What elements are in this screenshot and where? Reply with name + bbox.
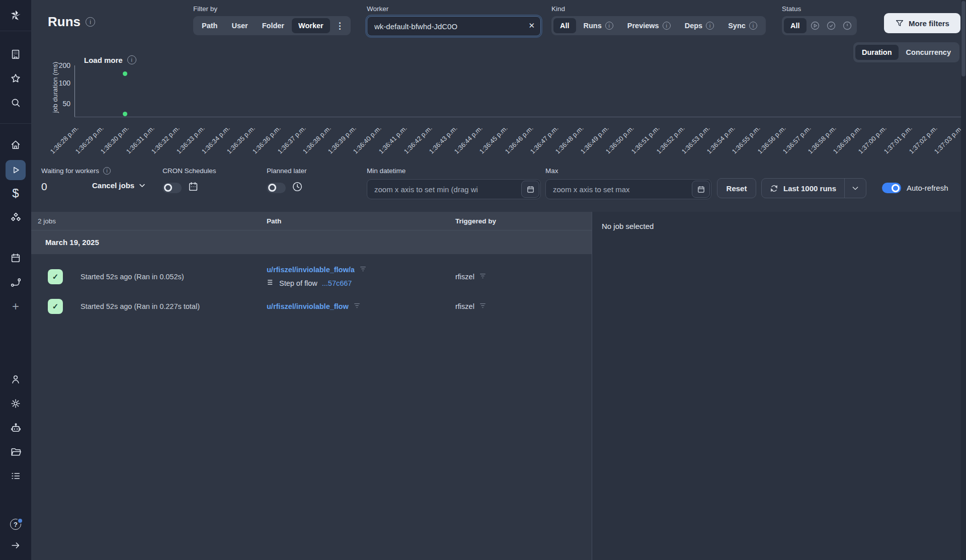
reset-button[interactable]: Reset (717, 178, 756, 198)
last-runs-dropdown: Last 1000 runs (761, 178, 866, 198)
filter-by-more-button[interactable]: ⋮ (331, 17, 349, 35)
gear-icon (10, 398, 21, 409)
success-check-badge: ✓ (48, 299, 63, 314)
jobs-count: 2 jobs (31, 217, 267, 225)
job-path-link[interactable]: u/rfiszel/inviolable_flow (267, 302, 349, 310)
planned-later-toggle[interactable] (267, 183, 286, 193)
scrollbar-track[interactable] (961, 0, 966, 560)
kind-previews-button[interactable]: Previewsi (621, 18, 677, 33)
auto-refresh-group: Auto-refresh (882, 183, 948, 193)
x-axis-line (74, 117, 961, 117)
filter-by-path-icon[interactable] (354, 302, 360, 311)
info-icon: i (127, 55, 136, 64)
cron-label: CRON Schedules (163, 167, 216, 175)
sidebar-item-settings[interactable] (0, 393, 31, 414)
sidebar-item-variables[interactable]: $ (0, 183, 31, 203)
filter-by-user-icon[interactable] (479, 273, 486, 281)
filter-by-user-icon[interactable] (479, 302, 486, 310)
list-header: 2 jobs Path Triggered by (31, 212, 592, 230)
kind-sync-button[interactable]: Synci (721, 18, 764, 33)
concurrency-tab[interactable]: Concurrency (900, 45, 957, 60)
max-datetime-group: Max (545, 167, 711, 199)
max-datetime-calendar-button[interactable] (692, 181, 710, 198)
status-label: Status (782, 5, 857, 13)
auto-refresh-toggle[interactable] (882, 183, 901, 193)
user-icon (10, 374, 21, 385)
filter-by-user-button[interactable]: User (225, 18, 254, 33)
table-row[interactable]: ✓ Started 52s ago (Ran in 0.052s) u/rfis… (31, 261, 592, 295)
scrollbar-thumb[interactable] (961, 1, 965, 76)
sidebar-item-workers[interactable] (0, 418, 31, 438)
sidebar-item-home[interactable] (0, 135, 31, 155)
more-filters-button[interactable]: More filters (884, 13, 960, 33)
sidebar-item-groups[interactable] (0, 466, 31, 486)
filter-by-worker-button[interactable]: Worker (292, 18, 330, 33)
job-duration-point[interactable] (123, 112, 127, 116)
last-runs-button[interactable]: Last 1000 runs (762, 179, 844, 198)
sidebar-item-collapse[interactable] (0, 535, 31, 555)
status-all-button[interactable]: All (784, 18, 807, 33)
step-of-flow-text: Step of flow (279, 279, 317, 287)
status-group: Status All (782, 5, 857, 35)
success-check-badge: ✓ (48, 269, 63, 284)
kind-runs-button[interactable]: Runsi (577, 18, 620, 33)
sidebar: $ + (0, 0, 31, 560)
funnel-icon (895, 19, 904, 28)
sidebar-item-help[interactable]: ? (0, 514, 31, 534)
job-path-link[interactable]: u/rfiszel/inviolable_flow/a (267, 266, 355, 274)
sidebar-item-account[interactable] (0, 369, 31, 389)
status-running-button[interactable] (808, 21, 823, 31)
notification-dot (17, 518, 23, 524)
sidebar-divider (0, 123, 31, 124)
info-icon: i (706, 22, 714, 30)
min-datetime-input[interactable] (367, 179, 541, 199)
sidebar-item-schedules[interactable] (0, 248, 31, 268)
plus-icon: + (12, 300, 19, 312)
y-tick-label: 100 (46, 79, 70, 87)
windmill-logo-icon[interactable] (0, 0, 31, 31)
help-icon: ? (10, 519, 21, 530)
sidebar-item-resources[interactable] (0, 207, 31, 227)
kebab-icon: ⋮ (336, 21, 344, 31)
job-detail-panel: No job selected (592, 212, 961, 560)
date-group-header: March 19, 2025 (31, 230, 592, 254)
planned-later-label: Planned later (267, 167, 307, 175)
status-failure-button[interactable] (840, 21, 855, 31)
sidebar-item-favorites[interactable] (0, 68, 31, 89)
max-datetime-input[interactable] (545, 179, 711, 199)
sidebar-item-triggers[interactable] (0, 272, 31, 292)
calendar-icon (188, 181, 199, 194)
chevron-down-icon (851, 184, 859, 192)
sidebar-item-folders[interactable] (0, 442, 31, 462)
load-more-button[interactable]: Load more i (84, 55, 136, 64)
table-row[interactable]: ✓ Started 52s ago (Ran in 0.227s total) … (31, 295, 592, 321)
filter-by-path-button[interactable]: Path (195, 18, 224, 33)
kind-deps-button[interactable]: Depsi (678, 18, 720, 33)
filter-by-path-icon[interactable] (360, 265, 366, 274)
min-datetime-group: Min datetime (367, 167, 541, 199)
kind-group: Kind All Runsi Previewsi Depsi Synci (551, 5, 766, 35)
clear-worker-icon[interactable]: ✕ (528, 21, 535, 30)
jobs-list: 2 jobs Path Triggered by March 19, 2025 … (31, 212, 592, 560)
sidebar-item-add[interactable]: + (0, 296, 31, 316)
filter-by-folder-button[interactable]: Folder (256, 18, 291, 33)
cancel-jobs-button[interactable]: Cancel jobs (92, 181, 146, 190)
status-success-button[interactable] (824, 21, 839, 31)
job-duration-point[interactable] (123, 71, 127, 76)
runs-chart[interactable]: Duration Concurrency Load more i job dur… (31, 33, 961, 164)
controls-row: Waiting for workers i 0 Cancel jobs CRON… (31, 164, 961, 206)
duration-tab[interactable]: Duration (855, 45, 899, 60)
sidebar-item-runs[interactable] (6, 160, 26, 180)
job-started-text: Started 52s ago (Ran in 0.052s) (80, 273, 184, 281)
sidebar-item-workspace[interactable] (0, 44, 31, 64)
kind-all-button[interactable]: All (553, 18, 576, 33)
job-rows: ✓ Started 52s ago (Ran in 0.052s) u/rfis… (31, 254, 592, 321)
sidebar-item-search[interactable] (0, 93, 31, 113)
runs-info-icon[interactable]: i (86, 17, 95, 27)
filter-by-label: Filter by (193, 5, 351, 13)
parent-flow-link[interactable]: ...57c667 (322, 279, 352, 287)
refresh-icon (770, 184, 778, 193)
min-datetime-calendar-button[interactable] (521, 181, 539, 198)
cron-toggle[interactable] (163, 183, 182, 193)
last-runs-chevron-button[interactable] (844, 179, 866, 198)
